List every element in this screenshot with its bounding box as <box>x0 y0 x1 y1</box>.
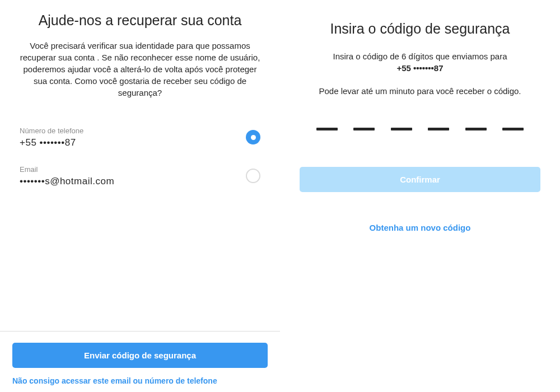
enter-code-subdesc2: Pode levar até um minuto para você receb… <box>300 85 540 97</box>
recovery-description: Você precisará verificar sua identidade … <box>20 40 260 99</box>
get-new-code-link[interactable]: Obtenha um novo código <box>300 223 540 232</box>
phone-option-label: Número de telefone <box>20 127 83 135</box>
code-input-group[interactable] <box>300 128 540 130</box>
code-slot-1[interactable] <box>316 128 338 130</box>
bottom-actions: Enviar código de segurança Não consigo a… <box>0 331 280 392</box>
cant-access-link[interactable]: Não consigo acessar este email ou número… <box>12 376 268 386</box>
email-option-label: Email <box>20 165 114 174</box>
code-slot-4[interactable] <box>428 128 449 130</box>
recovery-method-panel: Ajude-nos a recuperar sua conta Você pre… <box>0 0 280 392</box>
email-option-text: Email •••••••s@hotmail.com <box>20 165 114 187</box>
subdesc-phone: +55 •••••••87 <box>396 63 443 73</box>
phone-option-value: +55 •••••••87 <box>20 137 83 148</box>
email-option-row[interactable]: Email •••••••s@hotmail.com <box>20 160 260 198</box>
phone-option-text: Número de telefone +55 •••••••87 <box>20 127 83 148</box>
subdesc-prefix: Insira o código de 6 dígitos que enviamo… <box>333 52 507 61</box>
email-radio-unselected[interactable] <box>246 169 260 183</box>
enter-code-subdesc: Insira o código de 6 dígitos que enviamo… <box>300 50 540 74</box>
confirm-button[interactable]: Confirmar <box>300 167 540 192</box>
enter-code-panel: Insira o código de segurança Insira o có… <box>280 0 560 392</box>
code-slot-2[interactable] <box>353 128 375 130</box>
email-option-value: •••••••s@hotmail.com <box>20 176 114 187</box>
recovery-title: Ajude-nos a recuperar sua conta <box>20 11 260 30</box>
code-slot-3[interactable] <box>391 128 412 130</box>
phone-option-row[interactable]: Número de telefone +55 •••••••87 <box>20 121 260 160</box>
send-code-button[interactable]: Enviar código de segurança <box>12 343 268 368</box>
code-slot-6[interactable] <box>502 128 524 130</box>
enter-code-title: Insira o código de segurança <box>300 20 540 38</box>
phone-radio-selected[interactable] <box>246 130 260 144</box>
code-slot-5[interactable] <box>465 128 487 130</box>
